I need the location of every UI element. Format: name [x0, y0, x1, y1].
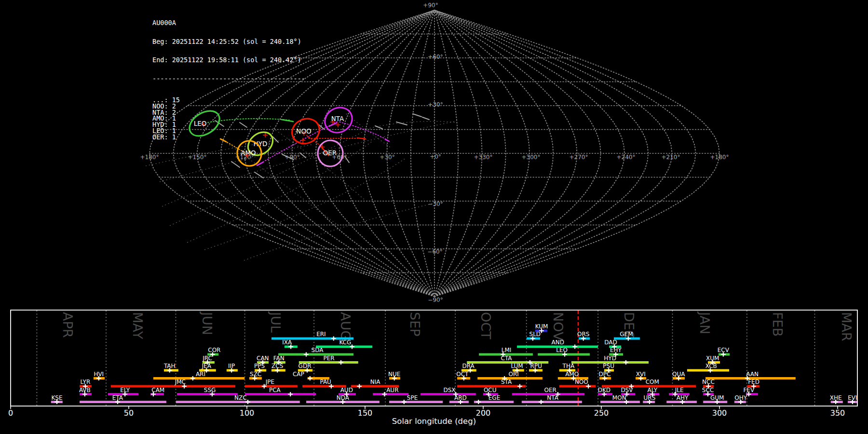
peak-marker-SDA — [304, 353, 309, 357]
shower-code-label-GEM: GEM — [620, 331, 633, 338]
shower-code-label-JMC: JMC — [175, 379, 186, 385]
shower-bar-THA: THA — [559, 363, 575, 373]
shower-bar-DRA: DRA — [461, 363, 476, 373]
longitude-label: +300° — [522, 154, 541, 161]
longitude-label: +30° — [380, 154, 394, 161]
peak-marker-NIA — [357, 384, 362, 389]
activity-timeline: APRMAYJUNJULAUGSEPOCTNOVDECJANFEBMARKSEE… — [8, 310, 858, 426]
latitude-label: −90° — [428, 297, 443, 303]
shower-code-label-COM: COM — [646, 379, 659, 385]
shower-bar-CAP: CAP — [293, 371, 329, 381]
activity-bar-PAU — [302, 385, 346, 388]
shower-code-label-OCU: OCU — [484, 387, 497, 393]
shower-code-label-CAM: CAM — [151, 387, 164, 393]
activity-bar-KCG — [316, 346, 372, 348]
shower-code-label-OCT: OCT — [456, 371, 469, 378]
sporadic-track-extension — [204, 159, 405, 250]
shower-code-label-QUA: QUA — [672, 371, 685, 378]
activity-bar-COM — [602, 385, 696, 388]
activity-bar-PER — [299, 361, 358, 364]
activity-bar-NTA — [522, 401, 582, 403]
header-separator: --------------------------------------- — [152, 76, 305, 82]
shower-bar-ORI: ORI — [477, 371, 542, 381]
shower-bar-SDA: SDA — [278, 347, 353, 357]
peak-marker-AND — [572, 345, 577, 349]
activity-bar-LMI — [479, 353, 533, 356]
station-id: AU000A — [152, 20, 305, 26]
activity-bar-AUR — [373, 393, 408, 395]
shower-code-label-FED: FED — [748, 379, 760, 385]
shower-bar-FAN: FAN — [273, 355, 285, 365]
shower-bar-PER: PER — [299, 355, 358, 365]
shower-code-label-NUE: NUE — [388, 371, 400, 378]
shower-code-label-DRA: DRA — [462, 363, 475, 369]
shower-code-label-XHE: XHE — [830, 394, 842, 401]
shower-code-label-ECV: ECV — [718, 347, 730, 353]
x-tick-label: 350 — [830, 408, 845, 418]
shower-code-label-RPU: RPU — [530, 363, 542, 369]
activity-bar-STA — [457, 385, 526, 388]
peak-marker-ARI — [190, 376, 195, 380]
x-tick-label: 150 — [358, 408, 373, 418]
shower-bar-OCU: OCU — [483, 387, 498, 397]
shower-bar-OER: OER — [512, 387, 584, 397]
sporadic-meteor-segment — [396, 122, 407, 125]
shower-bar-EVI: EVI — [848, 394, 858, 405]
shower-bar-NCC: NCC — [702, 379, 715, 389]
shower-code-label-EVI: EVI — [848, 394, 857, 401]
shower-bar-XUM: XUM — [706, 355, 720, 365]
meteor-plot-canvas: +90°+60°+30°+0°−30°−60°−90°+180°+150°+12… — [0, 0, 868, 434]
shower-bar-HYD: HYD — [571, 355, 649, 365]
shower-bar-JMC: JMC — [111, 379, 235, 389]
shower-bar-DSV: DSV — [621, 387, 635, 397]
activity-bar-DSX — [420, 393, 476, 395]
longitude-label: +270° — [570, 154, 588, 161]
month-label-JUL: JUL — [268, 311, 283, 333]
peak-marker-HYD — [624, 360, 628, 365]
shower-code-label-DAD: DAD — [604, 339, 617, 346]
shower-bar-ELY: ELY — [108, 387, 138, 397]
latitude-label: +30° — [428, 101, 443, 108]
longitude-label: +240° — [617, 154, 636, 161]
latitude-label: −30° — [428, 201, 443, 207]
shower-bar-OHY: OHY — [734, 394, 747, 405]
shower-bar-ORS: ORS — [577, 331, 590, 341]
shower-code-label-ALY: ALY — [648, 387, 658, 393]
shower-bar-PSU: PSU — [603, 363, 614, 373]
shower-bar-SLD: SLD — [527, 331, 541, 341]
longitude-label: +90° — [285, 154, 299, 161]
latitude-label: −60° — [427, 248, 442, 255]
x-tick-label: 0 — [8, 408, 13, 418]
shower-bar-NUE: NUE — [388, 371, 400, 381]
shower-code-label-DSX: DSX — [443, 387, 455, 393]
shower-bar-AMO: AMO — [558, 371, 588, 381]
shower-code-label-DKD: DKD — [598, 387, 610, 393]
shower-code-label-KSE: KSE — [52, 394, 63, 401]
shower-bar-FED: FED — [747, 379, 760, 389]
shower-bar-CAN: CAN — [257, 355, 269, 365]
shower-bar-ALY: ALY — [647, 387, 659, 397]
shower-bar-COM: COM — [602, 379, 696, 389]
shower-code-label-NIA: NIA — [370, 379, 381, 385]
shower-code-label-NCC: NCC — [702, 379, 715, 385]
shower-bar-JLE: JLE — [669, 387, 690, 397]
shower-bar-GUM: GUM — [703, 394, 727, 405]
shower-bar-ARD: ARD — [449, 394, 469, 405]
sporadic-meteor-segment — [422, 117, 429, 120]
shower-code-label-STA: STA — [501, 379, 512, 385]
shower-bar-RPU: RPU — [529, 363, 542, 373]
activity-bar-JMC — [111, 385, 235, 388]
activity-bar-HYD — [571, 361, 649, 364]
shower-count-item: OER: 1 — [152, 134, 305, 140]
shower-code-label-KUM: KUM — [535, 323, 548, 330]
shower-bar-AAN: AAN — [705, 371, 796, 381]
activity-bar-AND — [517, 346, 598, 348]
peak-marker-PER — [339, 360, 343, 365]
shower-code-label-KCG: KCG — [339, 339, 351, 346]
shower-bar-CAM: CAM — [150, 387, 164, 397]
peak-marker-ERI — [331, 337, 336, 341]
shower-code-label-PAU: PAU — [320, 379, 331, 385]
activity-bar-ARI — [153, 377, 244, 380]
shower-code-label-PER: PER — [323, 355, 334, 362]
shower-code-label-SSG: SSG — [204, 387, 216, 393]
